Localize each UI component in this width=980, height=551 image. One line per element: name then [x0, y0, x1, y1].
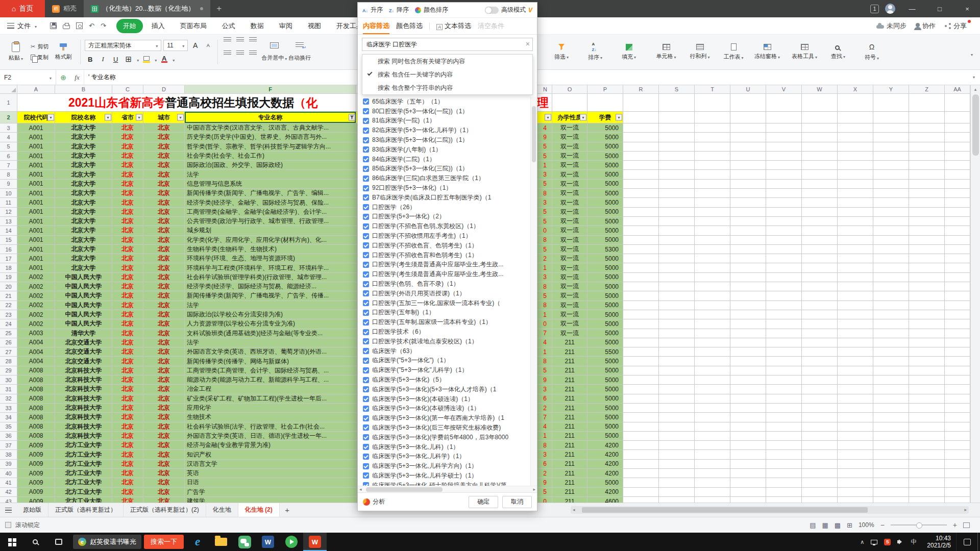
empty-cell[interactable]: [838, 319, 873, 329]
align-middle-button[interactable]: [235, 35, 246, 45]
data-cell[interactable]: 双一流: [552, 217, 587, 226]
empty-cell[interactable]: [802, 217, 838, 226]
data-cell[interactable]: A001: [17, 263, 55, 272]
empty-cell[interactable]: [659, 236, 695, 245]
empty-cell[interactable]: [766, 263, 802, 272]
data-cell[interactable]: 工商管理类(工商管理、会计学、国际经济与贸易、...: [185, 366, 356, 375]
data-cell[interactable]: 北京: [143, 432, 185, 441]
empty-cell[interactable]: [766, 478, 802, 487]
data-cell[interactable]: A009: [17, 488, 55, 497]
data-cell[interactable]: 北京: [143, 282, 185, 291]
data-cell[interactable]: 北京: [143, 469, 185, 478]
empty-cell[interactable]: [909, 273, 945, 282]
data-cell[interactable]: 5000: [587, 217, 623, 226]
empty-cell[interactable]: [945, 366, 970, 375]
data-cell[interactable]: 北京: [112, 217, 143, 226]
filter-dropdown-button[interactable]: [616, 114, 622, 121]
data-cell[interactable]: 北京大学: [55, 170, 112, 179]
empty-cell[interactable]: [766, 170, 802, 179]
data-cell[interactable]: 北方工业大学: [55, 478, 112, 487]
data-cell[interactable]: 北京: [143, 404, 185, 413]
empty-cell[interactable]: [623, 208, 659, 217]
empty-cell[interactable]: [766, 497, 802, 503]
empty-cell[interactable]: [802, 189, 838, 198]
empty-cell[interactable]: [945, 282, 970, 291]
empty-cell[interactable]: [873, 291, 909, 300]
data-cell[interactable]: A001: [17, 152, 55, 161]
empty-cell[interactable]: [909, 469, 945, 478]
empty-cell[interactable]: [945, 226, 970, 235]
empty-cell[interactable]: [623, 422, 659, 432]
data-cell[interactable]: 北京: [112, 375, 143, 385]
empty-cell[interactable]: [838, 404, 873, 413]
data-cell[interactable]: A001: [17, 226, 55, 235]
empty-cell[interactable]: [695, 142, 730, 152]
filter-item-31[interactable]: 临床医学(5+3一体化)(本硕连读)（1）: [358, 394, 530, 404]
taskbar-app-green[interactable]: [280, 533, 303, 551]
empty-cell[interactable]: [909, 488, 945, 497]
filter-item-39[interactable]: 临床医学(5+3一体化,儿科学硕士)（1）: [358, 471, 530, 481]
empty-cell[interactable]: [623, 123, 659, 133]
row-number-40[interactable]: 40: [0, 469, 17, 478]
search-option-2[interactable]: 搜索 包含整个字符串的内容: [362, 81, 532, 94]
data-cell[interactable]: A001: [17, 208, 55, 217]
data-cell[interactable]: 环境科学(环境、生态、地理与资源环境): [185, 254, 356, 263]
empty-cell[interactable]: [659, 142, 695, 152]
cancel-button[interactable]: 取消: [502, 496, 532, 508]
data-cell[interactable]: 双一流: [552, 263, 587, 272]
empty-cell[interactable]: [659, 441, 695, 450]
data-cell[interactable]: 北京: [112, 282, 143, 291]
data-cell[interactable]: 北京: [143, 413, 185, 422]
empty-cell[interactable]: [802, 226, 838, 235]
scroll-left-icon[interactable]: ◂: [359, 487, 362, 492]
empty-cell[interactable]: [695, 329, 730, 338]
empty-cell[interactable]: [730, 301, 766, 310]
data-cell[interactable]: 北京: [143, 310, 185, 319]
filter-item-38[interactable]: 临床医学(5+3一体化,儿科学方向)（1）: [358, 461, 530, 471]
data-cell[interactable]: 外国语言文学类(英语、西班牙语、葡萄牙语)(外语...: [185, 347, 356, 357]
empty-cell[interactable]: [945, 198, 970, 207]
data-cell[interactable]: 北京: [143, 254, 185, 263]
empty-cell[interactable]: [838, 478, 873, 487]
empty-cell[interactable]: [873, 112, 909, 123]
empty-cell[interactable]: [945, 488, 970, 497]
empty-cell[interactable]: [909, 450, 945, 459]
data-cell[interactable]: 北京: [112, 385, 143, 394]
toolbar-button-8[interactable]: 查找: [822, 37, 854, 67]
empty-cell[interactable]: [730, 497, 766, 503]
column-header-B[interactable]: B: [55, 85, 112, 93]
empty-cell[interactable]: [838, 198, 873, 207]
row-number-39[interactable]: 39: [0, 460, 17, 469]
data-cell[interactable]: 北京: [143, 497, 185, 503]
data-cell[interactable]: 211: [552, 432, 587, 441]
empty-cell[interactable]: [695, 422, 730, 432]
empty-cell[interactable]: [909, 404, 945, 413]
row-number-20[interactable]: 20: [0, 282, 17, 291]
empty-cell[interactable]: [659, 198, 695, 207]
empty-cell[interactable]: [873, 460, 909, 469]
empty-cell[interactable]: [623, 413, 659, 422]
empty-cell[interactable]: [730, 450, 766, 459]
data-cell[interactable]: 211: [552, 375, 587, 385]
data-cell[interactable]: A002: [17, 319, 55, 329]
empty-cell[interactable]: [838, 180, 873, 189]
empty-cell[interactable]: [766, 301, 802, 310]
data-cell[interactable]: 北京: [112, 208, 143, 217]
empty-cell[interactable]: [909, 329, 945, 338]
data-cell[interactable]: 环境科学与工程类(环境科学、环境工程、环境科学...: [185, 263, 356, 272]
empty-cell[interactable]: [945, 310, 970, 319]
empty-cell[interactable]: [730, 133, 766, 142]
empty-cell[interactable]: [873, 338, 909, 347]
scroll-left-icon[interactable]: ◂: [573, 507, 575, 512]
column-header-A[interactable]: A: [17, 85, 55, 93]
empty-cell[interactable]: [766, 161, 802, 170]
data-cell[interactable]: 公共管理类(政治学与行政学、城市管理、行政管理...: [185, 217, 356, 226]
empty-cell[interactable]: [909, 245, 945, 254]
empty-cell[interactable]: [623, 282, 659, 291]
expand-formula-bar-icon[interactable]: [967, 70, 980, 85]
checkbox-checked-icon[interactable]: [363, 204, 369, 210]
data-cell[interactable]: 北京: [143, 217, 185, 226]
data-cell[interactable]: 5000: [587, 170, 623, 179]
empty-cell[interactable]: [659, 450, 695, 459]
sort-ascending-button[interactable]: 升序: [371, 6, 383, 14]
